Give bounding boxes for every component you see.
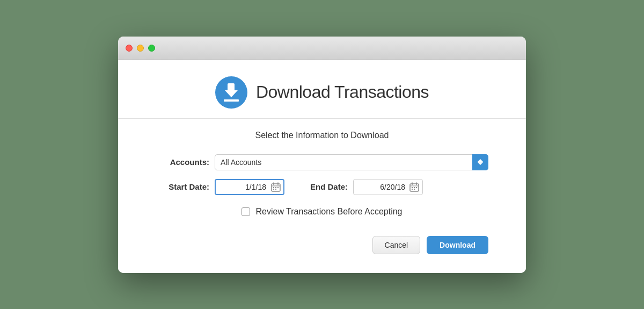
arrow-base: [224, 99, 239, 102]
start-date-wrapper: [215, 179, 284, 195]
accounts-select[interactable]: All Accounts Checking Savings Credit Car…: [215, 154, 488, 170]
form-section: Accounts: All Accounts Checking Savings …: [145, 154, 499, 254]
review-checkbox[interactable]: [241, 207, 250, 216]
end-date-label: End Date:: [294, 182, 348, 191]
arrow-shaft: [228, 83, 235, 91]
svg-rect-6: [277, 187, 279, 188]
button-row: Cancel Download: [156, 236, 488, 254]
accounts-select-wrapper: All Accounts Checking Savings Credit Car…: [215, 154, 488, 170]
download-icon: [224, 83, 239, 102]
end-date-wrapper: [353, 179, 423, 195]
start-date-group: Start Date:: [156, 179, 284, 195]
svg-rect-17: [414, 189, 415, 190]
traffic-lights: [126, 45, 155, 52]
dialog-title: Download Transactions: [256, 82, 429, 102]
download-button[interactable]: Download: [427, 236, 488, 254]
svg-rect-5: [275, 187, 276, 188]
svg-rect-13: [412, 187, 413, 188]
svg-rect-16: [412, 189, 413, 190]
start-date-label: Start Date:: [156, 182, 209, 191]
review-checkbox-label: Review Transactions Before Accepting: [255, 207, 402, 217]
arrow-head: [225, 90, 238, 97]
close-button[interactable]: [126, 45, 133, 52]
maximize-button[interactable]: [148, 45, 155, 52]
svg-rect-15: [416, 187, 417, 188]
checkbox-row: Review Transactions Before Accepting: [156, 207, 488, 217]
header-divider: [118, 118, 526, 119]
subtitle: Select the Information to Download: [145, 131, 499, 140]
svg-rect-4: [273, 187, 274, 188]
dialog-body: Download Transactions Select the Informa…: [118, 60, 526, 273]
dialog-window: Download Transactions Select the Informa…: [118, 37, 526, 273]
end-date-calendar-icon[interactable]: [409, 182, 420, 192]
svg-rect-8: [275, 189, 276, 190]
svg-rect-14: [414, 187, 415, 188]
svg-rect-7: [273, 189, 274, 190]
end-date-group: End Date:: [294, 179, 423, 195]
titlebar: [118, 37, 526, 60]
start-date-calendar-icon[interactable]: [270, 182, 281, 192]
date-row: Start Date:: [156, 179, 488, 195]
cancel-button[interactable]: Cancel: [372, 236, 421, 254]
minimize-button[interactable]: [137, 45, 144, 52]
accounts-row: Accounts: All Accounts Checking Savings …: [156, 154, 488, 170]
download-icon-circle: [215, 76, 247, 109]
accounts-label: Accounts:: [156, 157, 209, 167]
dialog-header: Download Transactions: [145, 76, 499, 109]
